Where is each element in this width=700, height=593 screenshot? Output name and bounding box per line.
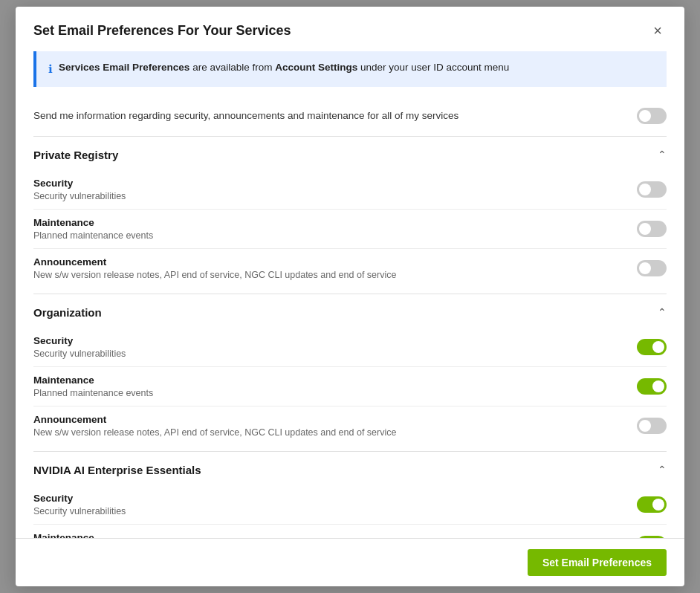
pref-desc-nai-security: Security vulnerabilities	[33, 506, 126, 516]
pref-row-pr-maintenance: Maintenance Planned maintenance events	[33, 209, 667, 248]
toggle-slider-nai-security	[637, 496, 667, 513]
global-toggle-wrapper[interactable]	[637, 108, 667, 124]
pref-name-nai-security: Security	[33, 493, 126, 504]
section-header-organization[interactable]: Organization ⌃	[33, 294, 667, 328]
pref-desc-pr-maintenance: Planned maintenance events	[33, 230, 153, 241]
info-banner: ℹ Services Email Preferences are availab…	[33, 51, 667, 87]
toggle-slider-pr-announcement	[637, 260, 667, 276]
sections-container: Private Registry ⌃ Security Security vul…	[33, 137, 667, 539]
pref-label-pr-announcement: Announcement New s/w version release not…	[33, 256, 396, 280]
pref-desc-org-maintenance: Planned maintenance events	[33, 388, 153, 398]
chevron-organization: ⌃	[658, 306, 667, 318]
pref-row-org-security: Security Security vulnerabilities	[33, 328, 667, 366]
toggle-wrapper-pr-maintenance[interactable]	[637, 221, 667, 237]
pref-row-nai-security: Security Security vulnerabilities	[33, 485, 667, 524]
modal-footer: Set Email Preferences	[16, 538, 684, 586]
pref-label-nai-security: Security Security vulnerabilities	[33, 493, 126, 516]
set-email-preferences-button[interactable]: Set Email Preferences	[528, 549, 667, 576]
pref-row-org-announcement: Announcement New s/w version release not…	[33, 406, 667, 445]
pref-row-pr-security: Security Security vulnerabilities	[33, 170, 667, 209]
toggle-nai-maintenance[interactable]	[637, 536, 667, 539]
section-title-nvidia-ai: NVIDIA AI Enterprise Essentials	[33, 464, 201, 476]
modal: Set Email Preferences For Your Services …	[16, 7, 684, 586]
pref-row-pr-announcement: Announcement New s/w version release not…	[33, 248, 667, 288]
info-banner-text: Services Email Preferences are available…	[59, 60, 509, 75]
pref-label-org-announcement: Announcement New s/w version release not…	[33, 414, 396, 438]
toggle-pr-maintenance[interactable]	[637, 221, 667, 237]
pref-name-org-maintenance: Maintenance	[33, 375, 153, 386]
section-title-private-registry: Private Registry	[33, 149, 118, 161]
global-toggle-label: Send me information regarding security, …	[33, 110, 458, 121]
info-banner-bold-1: Services Email Preferences	[59, 62, 189, 73]
section-items-nvidia-ai: Security Security vulnerabilities Mainte…	[33, 485, 667, 539]
toggle-pr-security[interactable]	[637, 181, 667, 198]
pref-label-org-maintenance: Maintenance Planned maintenance events	[33, 375, 153, 398]
section-header-nvidia-ai[interactable]: NVIDIA AI Enterprise Essentials ⌃	[33, 452, 667, 485]
toggle-wrapper-nai-maintenance[interactable]	[637, 536, 667, 539]
global-toggle[interactable]	[637, 108, 667, 124]
section-items-organization: Security Security vulnerabilities Mainte…	[33, 328, 667, 451]
toggle-slider-pr-maintenance	[637, 221, 667, 237]
pref-row-org-maintenance: Maintenance Planned maintenance events	[33, 366, 667, 406]
pref-desc-pr-announcement: New s/w version release notes, API end o…	[33, 270, 396, 280]
global-toggle-slider	[637, 108, 667, 124]
toggle-slider-nai-maintenance	[637, 536, 667, 539]
pref-row-nai-maintenance: Maintenance Planned maintenance events	[33, 524, 667, 539]
toggle-slider-pr-security	[637, 181, 667, 198]
global-toggle-row: Send me information regarding security, …	[33, 99, 667, 137]
section-items-private-registry: Security Security vulnerabilities Mainte…	[33, 170, 667, 294]
toggle-wrapper-pr-announcement[interactable]	[637, 260, 667, 276]
section-private-registry: Private Registry ⌃ Security Security vul…	[33, 137, 667, 294]
modal-header: Set Email Preferences For Your Services …	[16, 7, 684, 51]
toggle-org-maintenance[interactable]	[637, 378, 667, 395]
pref-label-pr-security: Security Security vulnerabilities	[33, 178, 126, 201]
modal-title: Set Email Preferences For Your Services	[33, 23, 291, 39]
toggle-wrapper-org-security[interactable]	[637, 339, 667, 355]
toggle-wrapper-org-announcement[interactable]	[637, 418, 667, 434]
section-nvidia-ai: NVIDIA AI Enterprise Essentials ⌃ Securi…	[33, 452, 667, 539]
toggle-slider-org-announcement	[637, 418, 667, 434]
section-organization: Organization ⌃ Security Security vulnera…	[33, 294, 667, 452]
pref-name-org-announcement: Announcement	[33, 414, 396, 425]
toggle-org-announcement[interactable]	[637, 418, 667, 434]
toggle-wrapper-org-maintenance[interactable]	[637, 378, 667, 395]
toggle-org-security[interactable]	[637, 339, 667, 355]
toggle-slider-org-security	[637, 339, 667, 355]
pref-desc-org-security: Security vulnerabilities	[33, 349, 126, 359]
chevron-private-registry: ⌃	[658, 149, 667, 161]
modal-body: ℹ Services Email Preferences are availab…	[16, 51, 684, 538]
pref-name-pr-security: Security	[33, 178, 126, 189]
modal-overlay: Set Email Preferences For Your Services …	[0, 0, 700, 593]
pref-name-org-security: Security	[33, 335, 126, 346]
close-button[interactable]: ×	[649, 22, 667, 39]
pref-name-nai-maintenance: Maintenance	[33, 532, 153, 539]
toggle-pr-announcement[interactable]	[637, 260, 667, 276]
info-banner-text-span: are available from Account Settings unde…	[192, 62, 509, 73]
pref-label-org-security: Security Security vulnerabilities	[33, 335, 126, 359]
toggle-wrapper-nai-security[interactable]	[637, 496, 667, 513]
info-banner-bold-2: Account Settings	[275, 62, 357, 73]
pref-name-pr-announcement: Announcement	[33, 256, 396, 268]
toggle-wrapper-pr-security[interactable]	[637, 181, 667, 198]
pref-desc-org-announcement: New s/w version release notes, API end o…	[33, 427, 396, 438]
chevron-nvidia-ai: ⌃	[658, 464, 667, 476]
pref-desc-pr-security: Security vulnerabilities	[33, 191, 126, 201]
info-icon: ℹ	[48, 61, 53, 78]
pref-name-pr-maintenance: Maintenance	[33, 217, 153, 228]
section-header-private-registry[interactable]: Private Registry ⌃	[33, 137, 667, 170]
pref-label-nai-maintenance: Maintenance Planned maintenance events	[33, 532, 153, 539]
toggle-slider-org-maintenance	[637, 378, 667, 395]
section-title-organization: Organization	[33, 306, 102, 319]
toggle-nai-security[interactable]	[637, 496, 667, 513]
pref-label-pr-maintenance: Maintenance Planned maintenance events	[33, 217, 153, 241]
